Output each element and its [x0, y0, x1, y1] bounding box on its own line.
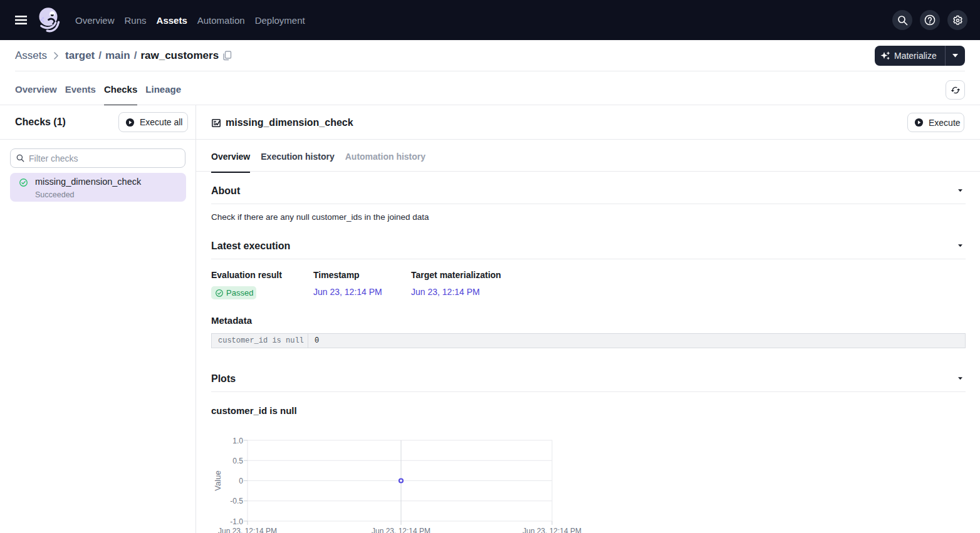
svg-text:-1.0: -1.0 — [230, 517, 243, 526]
svg-text:0.5: 0.5 — [232, 457, 243, 465]
svg-text:Jun 23, 12:14 PM: Jun 23, 12:14 PM — [523, 527, 581, 533]
svg-text:Jun 23, 12:14 PM: Jun 23, 12:14 PM — [218, 527, 277, 533]
svg-text:0: 0 — [239, 477, 243, 485]
svg-text:1.0: 1.0 — [232, 437, 243, 445]
svg-text:Value: Value — [213, 470, 222, 490]
svg-text:Jun 23, 12:14 PM: Jun 23, 12:14 PM — [372, 527, 430, 533]
svg-text:-0.5: -0.5 — [230, 497, 243, 505]
